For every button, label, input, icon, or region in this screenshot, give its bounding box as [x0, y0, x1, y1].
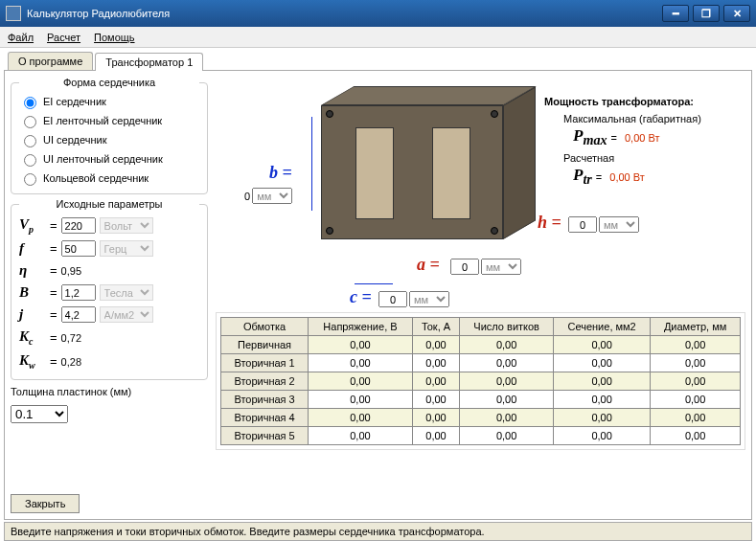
cell-section: 0,00	[554, 336, 651, 354]
window-title: Калькулятор Радиолюбителя	[27, 8, 170, 19]
screw-icon	[491, 110, 498, 118]
cell-winding-name: Вторичная 1	[221, 354, 309, 372]
cell-winding-name: Первичная	[221, 336, 309, 354]
unit-j[interactable]: А/мм2	[100, 306, 153, 323]
cell-winding-name: Вторичная 4	[221, 409, 309, 427]
core-front-face	[321, 105, 503, 239]
table-row: Вторичная 50,000,000,000,000,00	[221, 427, 741, 445]
plate-thickness-select[interactable]: 0.1	[11, 405, 68, 423]
cell-diameter: 0,00	[651, 391, 741, 409]
power-block: Мощность трансформатора: Максимальная (г…	[544, 96, 745, 189]
val-kc: 0,72	[61, 332, 81, 344]
ptr-value: 0,00 Вт	[609, 171, 644, 183]
dim-c-input[interactable]	[378, 291, 407, 307]
dim-h-label: h =	[538, 213, 561, 233]
table-header-row: Обмотка Напряжение, В Ток, А Число витко…	[221, 318, 741, 336]
sym-kw: Kw	[19, 352, 46, 371]
menu-calc[interactable]: Расчет	[47, 32, 80, 43]
radio-ui-tape[interactable]: UI ленточный сердечник	[19, 149, 199, 169]
cell-current[interactable]: 0,00	[412, 336, 459, 354]
input-b[interactable]	[61, 284, 96, 301]
cell-current[interactable]: 0,00	[412, 427, 459, 445]
content-panel: Форма сердечника EI сердечник EI ленточн…	[4, 70, 752, 520]
dim-a-unit[interactable]: мм	[481, 259, 521, 275]
th-diameter: Диаметр, мм	[651, 318, 741, 336]
th-current: Ток, А	[412, 318, 459, 336]
input-j[interactable]	[61, 306, 96, 323]
menu-help[interactable]: Помощь	[94, 32, 135, 43]
ptr-symbol: Ptr	[573, 166, 592, 188]
cell-turns: 0,00	[460, 336, 554, 354]
dim-h-input[interactable]	[568, 216, 597, 233]
table-row: Вторичная 10,000,000,000,000,00	[221, 354, 741, 372]
cell-turns: 0,00	[460, 391, 554, 409]
cell-winding-name: Вторичная 5	[221, 427, 309, 445]
table-row: Вторичная 20,000,000,000,000,00	[221, 372, 741, 391]
cell-current[interactable]: 0,00	[412, 372, 459, 391]
cell-diameter: 0,00	[651, 409, 741, 427]
input-f[interactable]	[61, 240, 96, 257]
unit-vp[interactable]: Вольт	[100, 217, 153, 234]
cell-current[interactable]: 0,00	[412, 409, 459, 427]
core-window-1	[355, 127, 394, 219]
cell-voltage[interactable]: 0,00	[309, 391, 413, 409]
maximize-button[interactable]: ❐	[693, 5, 720, 22]
dim-b-unit[interactable]: мм	[252, 188, 292, 204]
unit-b[interactable]: Тесла	[100, 284, 153, 301]
sym-eta: η	[19, 262, 46, 279]
cell-voltage[interactable]: 0,00	[309, 409, 413, 427]
dim-c-unit[interactable]: мм	[409, 291, 449, 307]
dim-b-label: b =	[269, 163, 292, 183]
cell-section: 0,00	[554, 427, 651, 445]
plate-thickness-label: Толщина пластинок (мм)	[11, 386, 131, 397]
cell-diameter: 0,00	[651, 354, 741, 372]
cell-voltage[interactable]: 0,00	[309, 372, 413, 391]
tab-about[interactable]: О программе	[8, 52, 93, 70]
cell-current[interactable]: 0,00	[412, 391, 459, 409]
tab-strip: О программе Трансформатор 1	[8, 52, 756, 70]
menubar: Файл Расчет Помощь	[0, 27, 756, 48]
status-text: Введите напряжения и токи вторичных обмо…	[11, 526, 485, 537]
dim-b-value: 0	[244, 191, 250, 202]
tab-transformer-1[interactable]: Трансформатор 1	[95, 53, 203, 71]
source-params-group: Исходные параметры Vp=Вольт f=Герц η=0,9…	[11, 198, 208, 380]
core-side-face	[503, 86, 536, 239]
titlebar: Калькулятор Радиолюбителя ━ ❐ ✕	[0, 0, 756, 27]
core-top-face	[321, 86, 537, 105]
screw-icon	[326, 110, 333, 118]
radio-toroid[interactable]: Кольцевой сердечник	[19, 169, 199, 188]
close-button[interactable]: ✕	[723, 5, 750, 22]
dim-c-label: c =	[350, 287, 372, 307]
th-section: Сечение, мм2	[554, 318, 651, 336]
cell-voltage[interactable]: 0,00	[309, 354, 413, 372]
cell-diameter: 0,00	[651, 336, 741, 354]
unit-f[interactable]: Герц	[100, 240, 153, 257]
minimize-button[interactable]: ━	[662, 5, 689, 22]
screw-icon	[491, 227, 498, 235]
cell-current[interactable]: 0,00	[412, 354, 459, 372]
dim-h-unit[interactable]: мм	[599, 216, 639, 233]
dim-a-input[interactable]	[450, 259, 479, 275]
arrow-b	[311, 117, 312, 211]
cell-section: 0,00	[554, 372, 651, 391]
radio-ei-tape[interactable]: EI ленточный сердечник	[19, 111, 199, 130]
cell-voltage[interactable]: 0,00	[309, 427, 413, 445]
close-panel-button[interactable]: Закрыть	[11, 494, 80, 513]
input-vp[interactable]	[61, 217, 96, 234]
cell-turns: 0,00	[460, 409, 554, 427]
sym-vp: Vp	[19, 216, 46, 235]
table-row: Вторичная 40,000,000,000,000,00	[221, 409, 741, 427]
radio-ei[interactable]: EI сердечник	[19, 92, 199, 111]
menu-file[interactable]: Файл	[8, 32, 34, 43]
val-kw: 0,28	[61, 356, 81, 368]
app-icon	[6, 6, 21, 21]
power-header: Мощность трансформатора:	[544, 96, 745, 107]
core-shape-group: Форма сердечника EI сердечник EI ленточн…	[11, 77, 208, 194]
cell-voltage[interactable]: 0,00	[309, 336, 413, 354]
sym-kc: Kc	[19, 328, 46, 347]
cell-diameter: 0,00	[651, 372, 741, 391]
pmax-symbol: Pmax	[573, 126, 607, 148]
th-turns: Число витков	[460, 318, 554, 336]
core-shape-legend: Форма сердечника	[19, 77, 199, 88]
radio-ui[interactable]: UI сердечник	[19, 130, 199, 149]
